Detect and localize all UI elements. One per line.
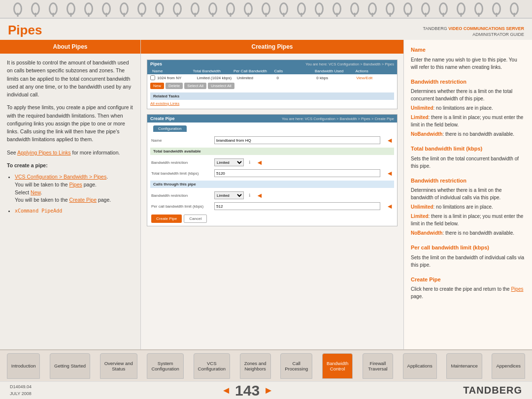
total-bw-section: Total bandwidth available bbox=[150, 148, 394, 155]
delete-button[interactable]: Delete bbox=[166, 83, 183, 89]
right-section-create-pipe: Create Pipe Click here to create the pip… bbox=[411, 276, 525, 301]
right-section-bw-restriction-1: Bandwidth restriction Determines whether… bbox=[411, 78, 525, 138]
bw-restriction-select[interactable]: Limited Unlimited NoBandwidth bbox=[214, 158, 244, 166]
spiral-ring bbox=[262, 2, 270, 15]
cancel-button[interactable]: Cancel bbox=[184, 215, 207, 223]
spiral-ring bbox=[137, 2, 146, 15]
tab-call-processing[interactable]: Call Processing bbox=[280, 353, 312, 379]
right-per-call-bw-text: Sets the limit on the bandwidth of indiv… bbox=[411, 254, 525, 269]
spiral-ring bbox=[368, 2, 377, 15]
name-label: Name bbox=[151, 138, 210, 143]
tab-vcs-label: VCS bbox=[207, 361, 217, 366]
row-calls: 0 bbox=[276, 76, 314, 80]
tab-vcs-config[interactable]: VCS Configuration bbox=[194, 353, 231, 379]
configuration-tab[interactable]: Configuration bbox=[153, 125, 187, 132]
spiral-ring bbox=[191, 2, 200, 15]
spiral-ring bbox=[173, 2, 182, 15]
tab-firewall-label: Firewall bbox=[370, 361, 386, 366]
brand-product: VIDEO COMMUNICATIONS SERVER bbox=[448, 26, 524, 31]
term-unlimited-1: Unlimited bbox=[411, 105, 433, 111]
tab-applications[interactable]: Applications bbox=[403, 353, 437, 379]
pipes-table-title: Pipes bbox=[150, 61, 162, 66]
tab-maintenance[interactable]: Maintenance bbox=[446, 353, 482, 379]
related-tasks-link[interactable]: All existing Links bbox=[150, 101, 179, 106]
per-call-bw-input[interactable] bbox=[214, 202, 380, 210]
tab-introduction[interactable]: Introduction bbox=[7, 353, 40, 379]
content-area: About Pipes It is possible to control th… bbox=[0, 40, 532, 349]
tab-firewall-traversal[interactable]: Firewall Traversal bbox=[363, 353, 393, 379]
header: Pipes TANDBERG VIDEO COMMUNICATIONS SERV… bbox=[0, 19, 532, 40]
right-name-text: Enter the name you wish to give to this … bbox=[411, 56, 525, 71]
tab-getting-started[interactable]: Getting Started bbox=[50, 353, 90, 379]
pipes-link[interactable]: Pipes bbox=[69, 182, 82, 187]
total-bw-limit-input[interactable] bbox=[214, 169, 380, 177]
right-title-bw-restriction-1: Bandwidth restriction bbox=[411, 78, 525, 86]
create-section-title: To create a pipe: bbox=[7, 161, 133, 169]
row-name: 1024 from NY bbox=[157, 76, 195, 80]
prev-arrow[interactable]: ◄ bbox=[221, 385, 231, 396]
total-bw-limit-label: Total bandwidth limit (kbps) bbox=[151, 171, 210, 176]
tab-traversal-label: Traversal bbox=[368, 366, 387, 371]
spiral-ring bbox=[208, 2, 217, 15]
create-pipe-button[interactable]: Create Pipe bbox=[151, 215, 182, 223]
tab-zones-neighbors[interactable]: Zones and Neighbors bbox=[240, 353, 271, 379]
brand-company: TANDBERG bbox=[423, 26, 448, 31]
per-call-bw-group: Per call bandwidth limit (kbps) ◄ bbox=[147, 201, 397, 212]
brand-info: TANDBERG VIDEO COMMUNICATIONS SERVER ADM… bbox=[423, 26, 524, 38]
tab-appendices[interactable]: Appendices bbox=[492, 353, 525, 379]
about-para-3: See Applying Pipes to Links for more inf… bbox=[7, 149, 133, 156]
name-form-group: Name ◄ bbox=[147, 135, 397, 146]
middle-panel-header: Creating Pipes bbox=[141, 40, 403, 54]
tab-maintenance-label: Maintenance bbox=[451, 363, 477, 368]
right-bw-restriction-2-text: Determines whether there is a limit on t… bbox=[411, 186, 525, 201]
table-row: 1024 from NY Limited (1024 kbps) Unlimit… bbox=[147, 74, 397, 81]
term-unlimited-2: Unlimited bbox=[411, 204, 433, 210]
row-per-call-bw: Unlimited bbox=[237, 76, 275, 80]
term-limited-2: Limited bbox=[411, 214, 429, 219]
unselect-all-button[interactable]: Unselect All bbox=[208, 83, 234, 89]
bw-restriction-label: Bandwidth restriction bbox=[151, 160, 210, 165]
new-button[interactable]: New bbox=[150, 83, 164, 89]
pipes-table-buttons: New Delete Select All Unselect All bbox=[147, 81, 397, 91]
left-panel-header: About Pipes bbox=[0, 40, 140, 54]
tab-bandwidth-control[interactable]: Bandwidth Control bbox=[322, 353, 353, 379]
right-bw-restriction-1-text: Determines whether there is a limit on t… bbox=[411, 88, 525, 102]
applying-pipes-link[interactable]: Applying Pipes to Links bbox=[17, 150, 71, 155]
xcommand-link: xCommand PipeAdd bbox=[15, 208, 62, 214]
spiral-ring bbox=[244, 2, 253, 15]
vcs-config-link[interactable]: VCS Configuration > Bandwidth > Pipes bbox=[15, 174, 106, 180]
tab-status-label: Status bbox=[112, 366, 125, 371]
footer-pagination: ◄ 143 ► bbox=[221, 382, 273, 399]
pipes-return-link[interactable]: Pipes bbox=[511, 286, 523, 292]
name-input[interactable] bbox=[214, 136, 380, 144]
right-section-bw-restriction-2: Bandwidth restriction Determines whether… bbox=[411, 177, 525, 237]
tab-bandwidth-label: Bandwidth bbox=[327, 361, 348, 366]
footer-doc-info: D14049.04 JULY 2008 bbox=[10, 384, 32, 397]
tab-introduction-label: Introduction bbox=[11, 363, 36, 368]
select-all-button[interactable]: Select All bbox=[184, 83, 206, 89]
per-call-bw-arrow: ◄ bbox=[386, 202, 393, 210]
right-panel: Name Enter the name you wish to give to … bbox=[404, 40, 532, 349]
create-step-1: VCS Configuration > Bandwidth > Pipes. Y… bbox=[15, 173, 133, 204]
bw-restriction-group: Bandwidth restriction Limited Unlimited … bbox=[147, 157, 397, 168]
tab-control-label: Control bbox=[330, 366, 345, 371]
spiral-ring bbox=[84, 2, 93, 15]
spiral-ring bbox=[439, 2, 448, 15]
related-tasks-content: All existing Links bbox=[147, 100, 397, 109]
tab-overview-status[interactable]: Overview and Status bbox=[100, 353, 137, 379]
tab-neighbors-label: Neighbors bbox=[245, 366, 266, 371]
tab-system-config[interactable]: System Configuration bbox=[147, 353, 184, 379]
next-arrow[interactable]: ► bbox=[264, 385, 273, 396]
create-pipe-link[interactable]: Create Pipe bbox=[69, 197, 97, 203]
brand-guide: ADMINISTRATOR GUIDE bbox=[472, 32, 524, 37]
calls-bw-restriction-select[interactable]: Limited Unlimited NoBandwidth bbox=[214, 191, 244, 199]
name-arrow: ◄ bbox=[386, 136, 393, 144]
new-link[interactable]: New bbox=[31, 189, 40, 195]
col-actions: Actions bbox=[356, 69, 395, 73]
row-action[interactable]: View/Edit bbox=[356, 76, 394, 80]
related-tasks-header: Related Tasks bbox=[150, 92, 394, 100]
spiral-ring bbox=[279, 2, 288, 15]
row-checkbox[interactable] bbox=[150, 75, 155, 80]
right-title-per-call-bw: Per call bandwidth limit (kbps) bbox=[411, 244, 525, 252]
form-buttons: Create Pipe Cancel bbox=[147, 212, 397, 226]
